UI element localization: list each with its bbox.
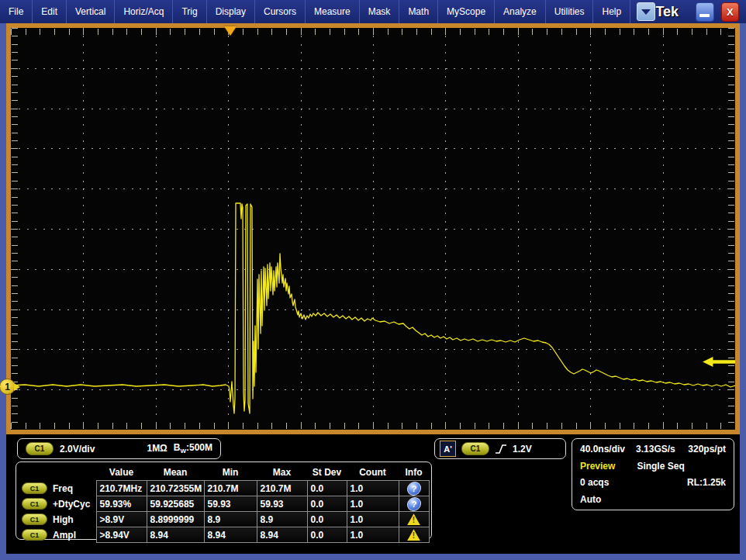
table-header-row: Value Mean Min Max St Dev Count Info: [19, 464, 429, 481]
input-settings: 1MΩ BW:500M: [147, 442, 212, 455]
channel-badge: C1: [26, 442, 54, 455]
minimize-button[interactable]: [696, 2, 713, 22]
cell-mean: 8.8999999: [147, 512, 204, 527]
cell-value: 59.93%: [96, 496, 147, 512]
menu-dropdown-button[interactable]: [637, 2, 655, 21]
warning-icon: !: [407, 513, 420, 525]
cell-count: 1.0: [347, 527, 399, 543]
trigger-position-marker[interactable]: [224, 26, 237, 36]
vertical-scale: 2.0V/div: [60, 444, 95, 455]
cell-max: 8.9: [257, 512, 307, 527]
col-header-stdev: St Dev: [307, 464, 347, 481]
question-icon: ?: [406, 482, 422, 496]
col-header-value: Value: [96, 464, 147, 481]
menu-item-vertical[interactable]: Vertical: [67, 0, 115, 23]
menu-item-math[interactable]: Math: [399, 0, 438, 23]
cell-stdev: 0.0: [307, 512, 347, 527]
menu-bar: File Edit Vertical Horiz/Acq Trig Displa…: [0, 0, 746, 23]
horizontal-readout-panel[interactable]: 40.0ns/div 3.13GS/s 320ps/pt Preview Sin…: [572, 438, 734, 510]
col-header-max: Max: [257, 464, 307, 481]
cell-max: 8.94: [257, 527, 307, 543]
tek-logo: Tek: [655, 4, 679, 20]
trigger-mode: Auto: [580, 494, 601, 505]
cell-min: 8.9: [204, 512, 257, 527]
cell-mean: 210.72355M: [147, 481, 204, 496]
menu-item-help[interactable]: Help: [593, 0, 630, 23]
menu-item-file[interactable]: File: [0, 0, 33, 23]
col-header-min: Min: [204, 464, 257, 481]
cell-value: >8.94V: [96, 527, 147, 543]
minimize-icon: [699, 14, 710, 17]
channel-1-reference-marker[interactable]: 1: [0, 379, 20, 395]
menu-item-mask[interactable]: Mask: [360, 0, 400, 23]
info-icon-cell[interactable]: ? !: [399, 527, 429, 543]
chevron-down-icon: [641, 9, 651, 15]
col-header-info: Info: [399, 464, 429, 481]
trigger-level: 1.2V: [513, 444, 532, 455]
menu-item-edit[interactable]: Edit: [33, 0, 67, 23]
acquisition-mode: Single Seq: [637, 461, 684, 472]
bandwidth: BW:500M: [174, 442, 212, 455]
cell-count: 1.0: [347, 481, 399, 496]
table-row[interactable]: C1 Freq 210.7MHz 210.72355M 210.7M 210.7…: [19, 481, 429, 496]
cell-count: 1.0: [347, 512, 399, 527]
col-header-mean: Mean: [147, 464, 204, 481]
cell-stdev: 0.0: [307, 527, 347, 543]
cell-max: 210.7M: [257, 481, 307, 496]
oscilloscope-window: File Edit Vertical Horiz/Acq Trig Displa…: [0, 0, 746, 560]
menu-item-cursors[interactable]: Cursors: [255, 0, 306, 23]
acquisition-count: 0 acqs: [580, 477, 609, 488]
measurement-name: Freq: [53, 483, 73, 494]
cell-stdev: 0.0: [307, 481, 347, 496]
channel-readout-panel[interactable]: C1 2.0V/div 1MΩ BW:500M: [17, 438, 221, 459]
rising-edge-icon: [495, 443, 507, 455]
measurement-source-badge: C1: [22, 513, 47, 525]
measurement-table: Value Mean Min Max St Dev Count Info C1 …: [19, 464, 430, 543]
table-row[interactable]: C1 Ampl >8.94V 8.94 8.94 8.94 0.0 1.0 ? …: [19, 527, 429, 543]
info-icon-cell[interactable]: ? !: [399, 512, 429, 527]
trigger-label-badge: A': [440, 441, 456, 457]
cell-mean: 8.94: [147, 527, 204, 543]
measurement-source-badge: C1: [22, 498, 47, 510]
close-button[interactable]: X: [721, 2, 739, 22]
menu-item-analyze[interactable]: Analyze: [495, 0, 546, 23]
channel-1-trace: [11, 28, 735, 430]
cell-min: 59.93: [204, 496, 257, 512]
warning-icon: !: [407, 529, 420, 541]
cell-value: 210.7MHz: [96, 481, 147, 496]
cell-max: 59.93: [257, 496, 307, 512]
measurement-table-panel: Value Mean Min Max St Dev Count Info C1 …: [16, 461, 432, 540]
menu-item-trig[interactable]: Trig: [173, 0, 206, 23]
cell-stdev: 0.0: [307, 496, 347, 512]
trigger-readout-panel[interactable]: A' C1 1.2V: [434, 438, 566, 459]
measurement-source-badge: C1: [22, 529, 47, 541]
menu-item-utilities[interactable]: Utilities: [546, 0, 594, 23]
info-icon-cell[interactable]: ? !: [399, 481, 429, 496]
cell-count: 1.0: [347, 496, 399, 512]
timebase: 40.0ns/div: [580, 444, 625, 455]
menu-item-myscope[interactable]: MyScope: [438, 0, 495, 23]
col-header-count: Count: [347, 464, 399, 481]
measurement-name: Ampl: [53, 530, 76, 541]
cell-min: 8.94: [204, 527, 257, 543]
resolution: 320ps/pt: [688, 444, 726, 455]
measurement-name: High: [53, 514, 74, 525]
channel-number-badge: 1: [0, 379, 16, 395]
menu-item-display[interactable]: Display: [207, 0, 255, 23]
table-row[interactable]: C1 High >8.9V 8.8999999 8.9 8.9 0.0 1.0 …: [19, 512, 429, 527]
graticule: 1: [11, 28, 735, 430]
trigger-source-badge: C1: [461, 442, 489, 455]
measurement-name: +DtyCyc: [53, 499, 90, 510]
waveform-display: 1: [6, 23, 740, 434]
preview-status: Preview: [580, 461, 615, 472]
menu-item-measure[interactable]: Measure: [306, 0, 360, 23]
menu-item-horiz-acq[interactable]: Horiz/Acq: [115, 0, 173, 23]
question-icon: ?: [406, 497, 422, 511]
cell-mean: 59.925685: [147, 496, 204, 512]
cell-min: 210.7M: [204, 481, 257, 496]
impedance: 1MΩ: [147, 443, 167, 454]
cell-value: >8.9V: [96, 512, 147, 527]
table-row[interactable]: C1 +DtyCyc 59.93% 59.925685 59.93 59.93 …: [19, 496, 429, 512]
info-icon-cell[interactable]: ? !: [399, 496, 429, 512]
sample-rate: 3.13GS/s: [636, 444, 675, 455]
